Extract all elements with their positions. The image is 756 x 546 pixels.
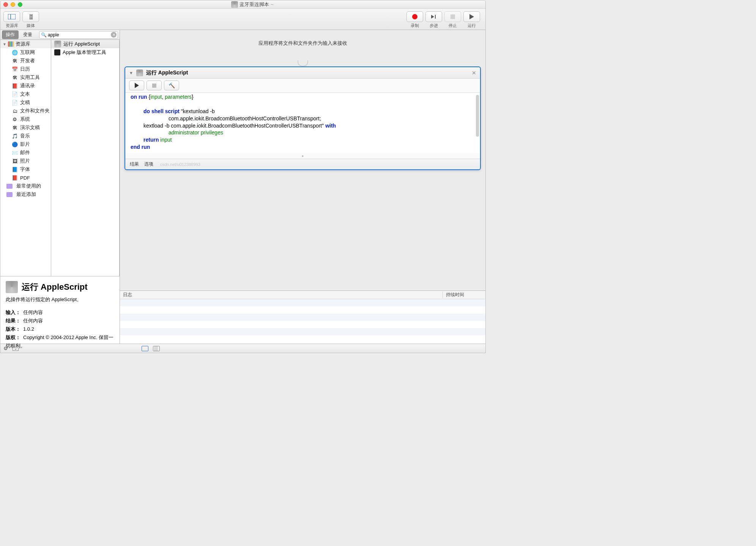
clear-search-icon[interactable]: ✕ (111, 32, 117, 38)
version-label: 版本： (6, 325, 23, 333)
search-input[interactable] (39, 31, 118, 39)
category-icon: ✉️ (12, 150, 18, 156)
footer-result[interactable]: 结果 (130, 161, 139, 167)
library-button[interactable] (3, 11, 20, 22)
category-icon: 📄 (12, 99, 18, 106)
tab-actions[interactable]: 操作 (2, 30, 19, 39)
disclosure-icon[interactable]: ▼ (129, 71, 133, 75)
library-item-label: 邮件 (20, 149, 30, 156)
library-item[interactable]: 🛠开发者 (0, 57, 51, 65)
library-item-label: 通讯录 (20, 82, 35, 89)
library-item[interactable]: 🛠实用工具 (0, 73, 51, 82)
library-item-label: 字体 (20, 166, 30, 173)
log-header-log[interactable]: 日志 (120, 292, 443, 298)
record-button[interactable] (406, 11, 423, 22)
disclosure-icon: ▼ (3, 42, 6, 46)
stop-button[interactable] (444, 11, 461, 22)
resize-handle-icon[interactable]: ● (125, 153, 480, 159)
media-label: 媒体 (27, 23, 35, 28)
expand-icon[interactable]: ⌄ (13, 346, 19, 351)
step-button[interactable] (425, 11, 442, 22)
version-value: 1.0.2 (23, 326, 34, 332)
record-label: 录制 (411, 23, 419, 28)
category-icon: 🌐 (12, 49, 18, 55)
play-icon (135, 83, 139, 88)
action-list-item[interactable]: 运行 AppleScript (51, 40, 119, 48)
library-item[interactable]: 📄文本 (0, 90, 51, 98)
input-label: 输入： (6, 308, 23, 317)
watermark: csdn.net/u012388993 (160, 162, 200, 167)
action-detail-pane: 运行 AppleScript 此操作将运行指定的 AppleScript。 输入… (0, 276, 120, 344)
view-mode-1-icon[interactable] (142, 346, 148, 351)
close-icon[interactable]: ✕ (472, 70, 476, 76)
terminal-icon (54, 49, 60, 55)
library-item[interactable]: 📅日历 (0, 65, 51, 73)
library-item[interactable]: ✉️邮件 (0, 148, 51, 157)
script-stop-button[interactable] (146, 80, 162, 90)
library-item-label: 系统 (20, 116, 30, 123)
title-text: 蓝牙重连脚本 (239, 1, 269, 8)
category-icon: 🔵 (12, 141, 18, 147)
category-icon: 🛠 (12, 74, 18, 80)
folder-icon (6, 192, 13, 197)
view-mode-2-icon[interactable] (153, 346, 160, 351)
applescript-icon (136, 69, 143, 76)
folder-label: 最近添加 (16, 191, 36, 198)
maximize-icon[interactable] (18, 2, 22, 7)
tab-variables[interactable]: 变量 (19, 30, 36, 39)
record-icon (412, 14, 417, 19)
action-list-item[interactable]: Apple 版本管理工具 (51, 48, 119, 57)
script-compile-button[interactable]: 🔨 (164, 80, 179, 90)
log-rows (120, 299, 485, 344)
code-editor[interactable]: on run {input, parameters} do shell scri… (125, 92, 480, 153)
svg-rect-0 (8, 14, 16, 19)
gear-icon[interactable] (3, 346, 8, 351)
log-header-duration[interactable]: 持续时间 (443, 292, 485, 298)
category-icon: 📄 (12, 91, 18, 97)
stop-icon (450, 14, 455, 19)
window-controls (3, 2, 22, 7)
library-item[interactable]: 📘字体 (0, 165, 51, 174)
category-icon: 📅 (12, 66, 18, 72)
library-item-label: 文稿 (20, 99, 30, 106)
run-button[interactable] (463, 11, 480, 22)
script-play-button[interactable] (129, 80, 144, 90)
script-icon (54, 41, 61, 47)
library-root-label: 资源库 (16, 41, 30, 47)
applescript-icon (6, 281, 18, 293)
media-button[interactable]: 🎛 (22, 11, 39, 22)
minimize-icon[interactable] (11, 2, 15, 7)
library-folder[interactable]: 最近添加 (0, 190, 51, 199)
library-item-label: 演示文稿 (20, 124, 40, 131)
library-item[interactable]: 🛠演示文稿 (0, 123, 51, 132)
library-item[interactable]: 🗂文件和文件夹 (0, 107, 51, 115)
library-root[interactable]: ▼ 资源库 (0, 40, 51, 48)
library-item[interactable]: 🖼照片 (0, 157, 51, 165)
result-value: 任何内容 (23, 318, 43, 323)
modified-indicator: ~ (271, 2, 274, 7)
library-item[interactable]: 📕通讯录 (0, 82, 51, 90)
library-item[interactable]: 🌐互联网 (0, 48, 51, 57)
library-item[interactable]: 📕PDF (0, 174, 51, 182)
library-item-label: 互联网 (20, 49, 35, 56)
category-icon: 🗂 (12, 108, 18, 114)
library-item[interactable]: 🎵音乐 (0, 132, 51, 140)
action-card-run-applescript[interactable]: ▼ 运行 AppleScript ✕ 🔨 on run {input, para… (124, 66, 481, 170)
close-icon[interactable] (3, 2, 8, 7)
footer-options[interactable]: 选项 (144, 161, 153, 167)
copyright-label: 版权： (6, 333, 23, 342)
library-item[interactable]: ⚙系统 (0, 115, 51, 123)
media-icon: 🎛 (28, 14, 34, 20)
card-title: 运行 AppleScript (146, 69, 469, 76)
window-title: 蓝牙重连脚本 ~ (22, 1, 482, 8)
library-item[interactable]: 🔵影片 (0, 140, 51, 148)
category-icon: 📕 (12, 83, 18, 89)
library-item[interactable]: 📄文稿 (0, 98, 51, 107)
log-pane: 日志 持续时间 (120, 290, 485, 344)
category-icon: 📘 (12, 166, 18, 172)
library-item-label: 影片 (20, 141, 30, 148)
scrollbar-thumb[interactable] (476, 95, 479, 137)
connector-icon (120, 60, 485, 66)
library-folder[interactable]: 最常使用的 (0, 182, 51, 190)
svg-rect-2 (435, 15, 436, 19)
